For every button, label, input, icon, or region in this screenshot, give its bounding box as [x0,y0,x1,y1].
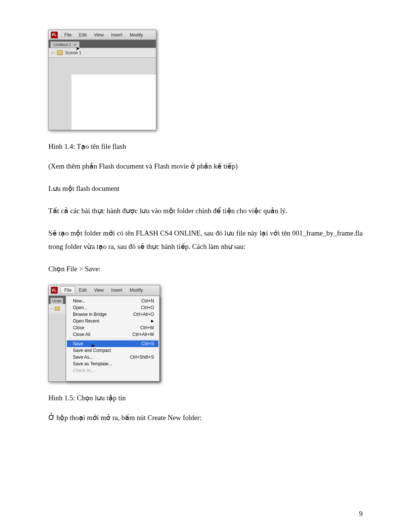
menu-item-label: Browse in Bridge [73,312,107,317]
menu-item-save-as-template[interactable]: Save as Template... [67,360,158,367]
menu-item-label: Save and Compact [73,348,111,353]
stage-canvas [71,74,156,130]
paragraph-3: Tất cả các bài thực hành được lưu vào mộ… [48,204,363,218]
figure-caption-1: Hình 1.4: Tạo tên file flash [48,142,363,151]
menu-insert[interactable]: Insert [107,286,126,294]
screenshot-2-body: Untitl ⇦ New...Ctrl+NOpen...Ctrl+OBrowse… [49,296,160,381]
menu-item-close[interactable]: CloseCtrl+W [67,324,158,331]
scene-icon [57,50,63,55]
menu-item-save-as[interactable]: Save As...Ctrl+Shift+S [67,354,158,360]
document-tab-truncated[interactable]: Untitl [50,298,63,304]
menu-item-new[interactable]: New...Ctrl+N [67,298,158,304]
menu-item-check-in: Check In... [67,367,158,374]
file-dropdown-menu: New...Ctrl+NOpen...Ctrl+OBrowse in Bridg… [66,296,160,381]
screenshot-file-menu: FL File Edit View Insert Modify Untitl ⇦… [48,285,160,382]
screenshot-flash-window: FL File Edit View Insert Modify Untitled… [48,30,156,130]
menu-view[interactable]: View [90,286,107,294]
menu-item-save-and-compact[interactable]: Save and Compact [67,347,158,354]
menu-item-save[interactable]: SaveCtrl+S➤ [67,340,158,347]
document-page: FL File Edit View Insert Modify Untitled… [0,0,411,456]
menu-item-label: New... [73,298,85,304]
scene-label: Scene 1 [65,50,81,55]
page-number: 9 [359,510,363,518]
document-tab-bar: Untitled-1 ✕ ➤ [49,40,156,48]
submenu-arrow-icon: ▶ [148,319,154,323]
menu-item-label: Close All [73,332,90,337]
menu-item-shortcut: Ctrl+O [131,305,154,310]
menu-item-close-all[interactable]: Close AllCtrl+Alt+W [67,331,158,338]
document-tab[interactable]: Untitled-1 ✕ ➤ [50,41,80,48]
breadcrumb-strip: ⇦ [49,304,65,314]
menu-view[interactable]: View [90,31,107,39]
menu-item-shortcut: Ctrl+Shift+S [119,355,154,360]
close-icon[interactable]: ✕ [73,43,76,47]
paragraph-2: Lưu một flash document [48,182,363,195]
menu-item-label: Open Recent [73,318,99,324]
menu-item-shortcut: Ctrl+Alt+W [122,332,154,337]
menubar: FL File Edit View Insert Modify [49,30,156,40]
menu-edit[interactable]: Edit [75,31,90,39]
app-logo-icon: FL [51,287,58,294]
menu-modify[interactable]: Modify [126,286,147,294]
paragraph-5: Chọn File > Save: [48,262,363,276]
paragraph-1: (Xem thêm phần Flash document và Flash m… [48,160,363,173]
document-tab-label: Untitled-1 [54,42,71,47]
menu-item-browse-in-bridge[interactable]: Browse in BridgeCtrl+Alt+O [67,311,158,318]
menu-file-selected[interactable]: File [61,286,75,294]
scene-icon [55,307,60,311]
menu-item-label: Open... [73,305,87,310]
figure-caption-2: Hình 1.5: Chọn lưu tập tin [48,394,363,402]
paragraph-6: Ở hộp thoại mới mở ra, bấm nút Create Ne… [48,411,363,424]
menu-item-open-recent[interactable]: Open Recent▶ [67,318,158,324]
menu-edit[interactable]: Edit [75,286,90,294]
menu-item-label: Close [73,325,84,330]
document-tab-bar-2: Untitl [49,296,65,304]
menu-item-label: Check In... [73,368,94,373]
back-arrow-icon[interactable]: ⇦ [50,306,54,311]
back-arrow-icon[interactable]: ⇦ [51,50,55,55]
paragraph-4: Sẽ tạo một folder mới có tên FLASH CS4 O… [48,227,363,253]
left-strip: Untitl ⇦ [49,296,66,381]
menubar-2: FL File Edit View Insert Modify [49,285,160,296]
menu-item-label: Save [73,341,83,346]
menu-insert[interactable]: Insert [107,31,126,39]
menu-item-label: Save as Template... [73,361,112,366]
menu-file[interactable]: File [61,31,75,39]
menu-item-shortcut: Ctrl+N [131,298,154,304]
menu-item-shortcut: Ctrl+W [130,325,154,330]
menu-item-shortcut: Ctrl+Alt+O [123,312,154,317]
menu-item-label: Save As... [73,355,93,360]
app-logo-icon: FL [51,32,58,38]
stage-pasteboard [49,58,156,130]
menu-item-open[interactable]: Open...Ctrl+O [67,304,158,311]
menu-item-shortcut: Ctrl+S [131,341,154,346]
menu-separator [68,339,157,339]
menu-modify[interactable]: Modify [126,31,147,39]
scene-breadcrumb: ⇦ Scene 1 [49,48,156,58]
